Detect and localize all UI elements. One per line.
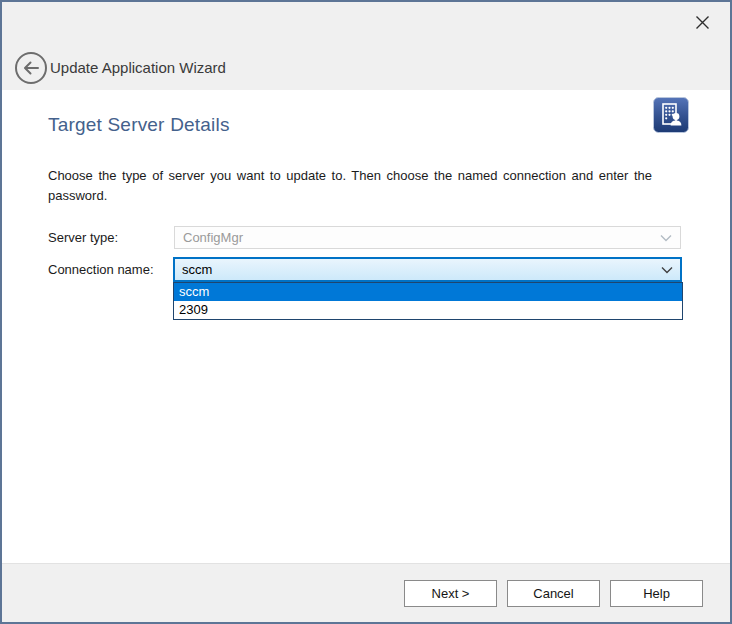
wizard-title: Update Application Wizard [50,59,226,76]
back-arrow-icon [14,51,48,85]
cancel-button[interactable]: Cancel [507,580,600,607]
server-type-select: ConfigMgr [174,226,681,249]
chevron-down-icon[interactable] [661,266,673,274]
connection-name-dropdown-list: sccm 2309 [173,282,683,320]
connection-name-value: sccm [182,262,212,277]
next-button[interactable]: Next > [404,580,497,607]
connection-name-label: Connection name: [48,262,154,277]
help-button[interactable]: Help [610,580,703,607]
close-button[interactable] [690,10,714,34]
wizard-window: Update Application Wizard Target Server … [0,0,732,624]
back-button[interactable] [14,51,48,85]
close-icon [695,15,710,30]
wizard-footer: Next > Cancel Help [2,563,730,622]
page-title: Target Server Details [48,114,230,136]
wizard-header: Update Application Wizard [2,2,730,90]
wizard-page: Target Server Details [2,90,730,563]
server-type-label: Server type: [48,230,118,245]
page-description: Choose the type of server you want to up… [48,166,652,206]
dropdown-option-sccm[interactable]: sccm [174,283,682,301]
chevron-down-icon [660,234,672,242]
dropdown-option-2309[interactable]: 2309 [174,301,682,319]
server-type-value: ConfigMgr [183,230,243,245]
application-server-icon [653,97,689,137]
connection-name-combobox[interactable]: sccm [173,257,682,282]
